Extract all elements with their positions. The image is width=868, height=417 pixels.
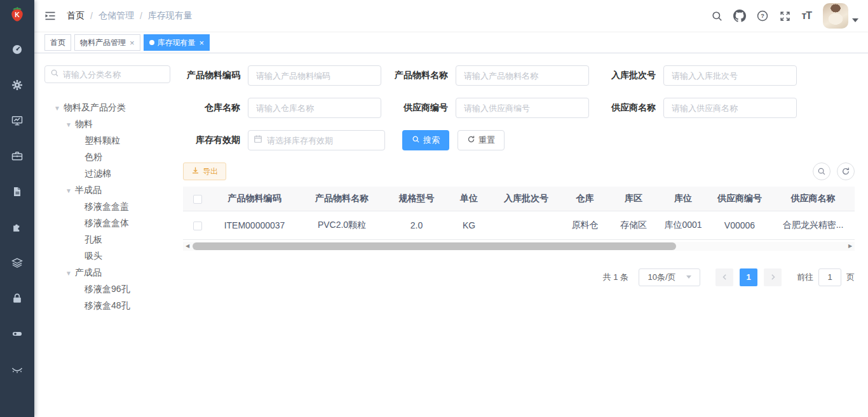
toggle-switch-icon: [11, 328, 24, 340]
close-icon[interactable]: ×: [130, 39, 135, 47]
sidebar-item-toggle[interactable]: [0, 316, 34, 352]
page-size-select[interactable]: 10条/页: [639, 268, 700, 286]
tree-node-leaf[interactable]: 移液盒盒体: [44, 215, 178, 232]
tree-node-semifinished[interactable]: ▼半成品: [44, 182, 178, 199]
column-header[interactable]: 供应商编号: [708, 187, 771, 211]
close-icon[interactable]: ×: [200, 39, 205, 47]
hamburger-icon[interactable]: [44, 10, 57, 22]
sidebar-item-theme[interactable]: [0, 352, 34, 387]
column-header[interactable]: 单位: [447, 187, 491, 211]
tree-node-leaf[interactable]: 吸头: [44, 248, 178, 265]
refresh-table-button[interactable]: [837, 162, 855, 180]
tree-node-finished[interactable]: ▼产成品: [44, 265, 178, 281]
tree-node-root[interactable]: ▼物料及产品分类: [44, 100, 178, 116]
export-button[interactable]: 导出: [183, 162, 226, 180]
tab-material-product-mgmt[interactable]: 物料产品管理 ×: [74, 34, 140, 51]
settings-gear-icon: [11, 79, 24, 91]
tab-label: 物料产品管理: [80, 37, 126, 48]
table-header-row: 产品物料编码 产品物料名称 规格型号 单位 入库批次号 仓库 库区 库位 供应商…: [183, 187, 855, 211]
lock-permission-icon: [11, 292, 24, 305]
field-batch-no: 入库批次号: [599, 65, 797, 86]
avatar[interactable]: [823, 3, 848, 29]
chevron-down-icon: [686, 275, 691, 279]
warehouse-name-input[interactable]: [248, 98, 381, 118]
expiry-date-input[interactable]: [267, 136, 379, 145]
reset-button[interactable]: 重置: [458, 130, 505, 150]
tree-node-leaf[interactable]: 移液盒96孔: [44, 281, 178, 298]
caret-down-icon[interactable]: ▼: [54, 105, 60, 112]
tree-node-leaf[interactable]: 孔板: [44, 232, 178, 248]
select-all-checkbox[interactable]: [193, 195, 202, 204]
table-toolbar: 导出: [183, 162, 855, 180]
next-page-button[interactable]: [764, 268, 782, 286]
field-warehouse-name: 仓库名称: [183, 98, 381, 118]
page-number-1[interactable]: 1: [740, 268, 757, 286]
chevron-down-icon[interactable]: [852, 18, 858, 22]
tab-home[interactable]: 首页: [44, 34, 71, 51]
sidebar-item-layers[interactable]: [0, 245, 34, 281]
prev-page-button[interactable]: [715, 268, 733, 286]
horizontal-scrollbar[interactable]: ◀ ▶: [183, 242, 855, 251]
caret-down-icon[interactable]: ▼: [65, 121, 72, 128]
batch-no-input[interactable]: [663, 65, 797, 86]
item-name-input[interactable]: [456, 65, 589, 86]
toggle-search-button[interactable]: [813, 162, 831, 180]
fullscreen-icon[interactable]: [774, 0, 796, 32]
column-header[interactable]: 产品物料编码: [212, 187, 297, 211]
github-icon[interactable]: [728, 0, 751, 32]
row-checkbox[interactable]: [193, 222, 202, 230]
help-icon[interactable]: ?: [751, 0, 774, 32]
tree-node-leaf[interactable]: 塑料颗粒: [44, 133, 178, 149]
column-header[interactable]: 库区: [609, 187, 658, 211]
sidebar-item-toolbox[interactable]: [0, 138, 34, 174]
field-item-code: 产品物料编码: [183, 65, 381, 86]
column-header[interactable]: 规格型号: [386, 187, 447, 211]
tree-node-leaf[interactable]: 移液盒48孔: [44, 298, 178, 314]
tree-node-label: 塑料颗粒: [85, 135, 120, 147]
sidebar-item-document[interactable]: [0, 174, 34, 209]
sidebar-item-dashboard[interactable]: [0, 32, 34, 67]
goto-page-input[interactable]: [818, 268, 841, 286]
category-search: [44, 65, 170, 83]
sidebar-item-permission[interactable]: [0, 281, 34, 316]
item-code-input[interactable]: [248, 65, 381, 86]
app-logo[interactable]: K: [0, 0, 34, 32]
tree-node-label: 吸头: [85, 251, 102, 262]
scroll-left-arrow-icon[interactable]: ◀: [183, 242, 192, 251]
tree-node-leaf[interactable]: 色粉: [44, 149, 178, 166]
field-expiry-date: 库存有效期: [183, 130, 385, 150]
tree-node-material[interactable]: ▼物料: [44, 116, 178, 133]
cell-location: 库位0001: [658, 211, 708, 239]
tree-node-leaf[interactable]: 过滤棉: [44, 166, 178, 182]
header-checkbox-cell: [183, 187, 212, 211]
font-size-icon[interactable]: тT: [796, 0, 817, 32]
column-header[interactable]: 产品物料名称: [297, 187, 386, 211]
scroll-right-arrow-icon[interactable]: ▶: [846, 242, 855, 251]
breadcrumb-separator: /: [140, 11, 142, 21]
tree-node-leaf[interactable]: 移液盒盒盖: [44, 199, 178, 215]
scrollbar-thumb[interactable]: [193, 242, 676, 250]
caret-down-icon[interactable]: ▼: [65, 270, 72, 277]
field-label: 仓库名称: [183, 102, 248, 114]
tree-node-label: 半成品: [75, 185, 102, 196]
sidebar-item-component[interactable]: [0, 209, 34, 245]
sidebar-item-settings[interactable]: [0, 67, 34, 103]
search-icon[interactable]: [706, 0, 728, 32]
sidebar-item-monitor[interactable]: [0, 103, 34, 138]
column-header[interactable]: 仓库: [561, 187, 609, 211]
category-search-input[interactable]: [63, 70, 165, 79]
column-header[interactable]: 供应商名称: [771, 187, 855, 211]
supplier-code-input[interactable]: [456, 98, 589, 118]
expiry-date-picker[interactable]: [248, 130, 385, 150]
table-row[interactable]: ITEM00000037 PVC2.0颗粒 2.0 KG 原料仓 存储区 库位0…: [183, 211, 855, 239]
column-header[interactable]: 库位: [658, 187, 708, 211]
tab-inventory-on-hand[interactable]: 库存现有量 ×: [144, 34, 210, 51]
supplier-name-input[interactable]: [663, 98, 797, 118]
caret-down-icon[interactable]: ▼: [65, 187, 72, 194]
search-button[interactable]: 搜索: [402, 130, 449, 150]
row-checkbox-cell: [183, 211, 212, 239]
column-header[interactable]: 入库批次号: [491, 187, 561, 211]
tree-node-label: 物料及产品分类: [64, 102, 126, 114]
breadcrumb-home[interactable]: 首页: [67, 10, 85, 22]
toolbar-right: [813, 162, 855, 180]
